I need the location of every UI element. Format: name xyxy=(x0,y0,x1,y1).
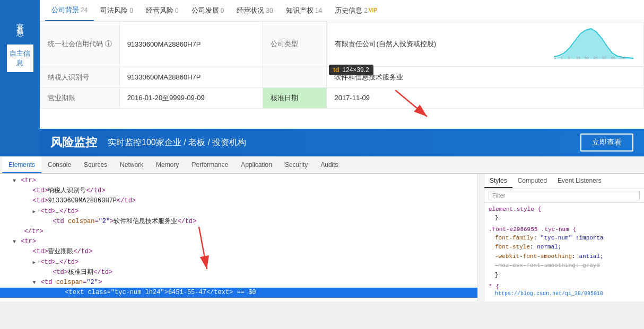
svg-text:15: 15 xyxy=(576,56,580,59)
dom-panel: ▼ <tr> <td>纳税人识别号</td> <td>91330600MA288… xyxy=(0,174,477,301)
tab-application[interactable]: Application xyxy=(234,157,279,173)
banner-button[interactable]: 立即查看 xyxy=(580,134,633,152)
value-cell: 软件和信息技术服务业 xyxy=(327,67,644,87)
table-row: 营业期限 2016-01-20至9999-09-09 核准日期 2017-11-… xyxy=(40,87,644,108)
label-cell: 纳税人识别号 xyxy=(40,67,120,87)
tab-security[interactable]: Security xyxy=(279,157,314,173)
stab-computed[interactable]: Computed xyxy=(512,174,552,188)
css-close: } xyxy=(489,271,640,280)
main-content: 公司背景 24 司法风险 0 经营风险 0 公司发展 0 经营状况 30 知识产… xyxy=(40,0,644,156)
highlighted-cell: 核准日期 xyxy=(263,87,327,108)
dom-line: <td colspan="2">软件和信息技术服务业</td> xyxy=(0,217,477,227)
dom-line: ▶ <td>…</td> xyxy=(0,207,477,217)
stab-styles[interactable]: Styles xyxy=(484,174,512,188)
company-nav: 公司背景 24 司法风险 0 经营风险 0 公司发展 0 经营状况 30 知识产… xyxy=(40,0,644,21)
nav-item-company-bg[interactable]: 公司背景 24 xyxy=(45,0,94,21)
devtools-tabs: Elements Console Sources Network Memory … xyxy=(0,157,644,174)
tab-sources[interactable]: Sources xyxy=(77,157,114,173)
svg-text:3: 3 xyxy=(568,56,570,59)
styles-panel: Styles Computed Event Listeners element.… xyxy=(484,174,644,301)
official-label: 官方信息 xyxy=(12,0,29,42)
dom-line: <td>营业期限</td> xyxy=(0,247,477,257)
nav-item-history[interactable]: 历史信息 2 VIP xyxy=(328,0,384,21)
svg-text:97: 97 xyxy=(602,56,606,59)
dom-line: ▼ <tr> xyxy=(0,237,477,247)
svg-line-11 xyxy=(395,90,427,117)
dom-line: ▼ <td colspan="2"> xyxy=(0,278,477,288)
risk-banner: 风险监控 实时监控100家企业 / 老板 / 投资机构 立即查看 xyxy=(40,129,644,156)
css-selector: .font-e2966955 .tyc-num { xyxy=(489,226,640,233)
value-cell: 91330600MA28860H7P xyxy=(119,67,263,87)
td-tooltip: td 124×39.2 xyxy=(329,65,373,75)
svg-text:1: 1 xyxy=(561,56,563,59)
label-cell: 统一社会信用代码 ⓘ xyxy=(40,22,120,67)
banner-subtitle: 实时监控100家企业 / 老板 / 投资机构 xyxy=(108,137,246,148)
table-row: 统一社会信用代码 ⓘ 91330600MA28860H7P 公司类型 有限责任公… xyxy=(40,22,644,67)
css-selector: element.style { xyxy=(489,206,640,212)
styles-filter xyxy=(484,189,644,203)
dom-line: <td>91330600MA28860H7P</td> xyxy=(0,196,477,206)
svg-line-13 xyxy=(199,227,207,269)
label-cell: 营业期限 xyxy=(40,87,120,108)
nav-item-company-dev[interactable]: 公司发展 0 xyxy=(185,0,231,21)
svg-text:85: 85 xyxy=(594,56,598,59)
svg-marker-0 xyxy=(554,29,633,59)
self-tab[interactable]: 自主信息 xyxy=(7,45,33,72)
devtools-body: ▼ <tr> <td>纳税人识别号</td> <td>91330600MA288… xyxy=(0,174,644,301)
td-dims: 124×39.2 xyxy=(342,66,369,74)
css-selector: * { xyxy=(489,283,640,290)
banner-title: 风险监控 xyxy=(50,135,97,150)
svg-text:100: 100 xyxy=(620,56,626,59)
nav-item-business-status[interactable]: 经营状况 30 xyxy=(230,0,279,21)
value-cell: 2016-01-20至9999-09-09 xyxy=(119,87,263,108)
red-arrow-2 xyxy=(188,227,220,278)
styles-content: element.style { } .font-e2966955 .tyc-nu… xyxy=(484,203,644,301)
website-area: 官方信息 自主信息 公司背景 24 司法风险 0 经营风险 0 公司发展 0 xyxy=(0,0,644,156)
css-prop-line: -webkit-font-smoothing: antial; xyxy=(489,252,640,262)
css-prop-line: -moz-osx-font-smoothing: grays xyxy=(489,261,640,271)
stab-event-listeners[interactable]: Event Listeners xyxy=(552,174,607,188)
svg-text:0: 0 xyxy=(554,56,556,59)
devtools: Elements Console Sources Network Memory … xyxy=(0,156,644,301)
tab-performance[interactable]: Performance xyxy=(185,157,234,173)
tab-console[interactable]: Console xyxy=(41,157,77,173)
css-rule-star: * { https://blog.csdn.net/qi_38/095010 xyxy=(489,283,640,298)
dom-line-selected[interactable]: <text class="tyc-num lh24">6451-55-47</t… xyxy=(0,288,477,298)
nav-item-business-risk[interactable]: 经营风险 0 xyxy=(140,0,185,21)
bell-chart: 0 1 3 15 50 85 97 99 100 xyxy=(554,28,636,59)
vip-badge: VIP xyxy=(369,7,377,13)
dom-line: <td>核准日期</td> xyxy=(0,268,477,278)
svg-text:50: 50 xyxy=(585,56,589,59)
value-cell: 有限责任公司(自然人投资或控股) 0 1 xyxy=(327,22,643,67)
red-arrow-1 xyxy=(390,90,432,123)
value-cell: 91330600MA28860H7P xyxy=(119,22,263,67)
dom-line: ▶ <td>…</td> xyxy=(0,257,477,268)
left-sidebar: 官方信息 自主信息 xyxy=(0,0,40,156)
css-prop-line: font-family: "tyc-num" !importa xyxy=(489,234,640,243)
css-rule-element: element.style { } xyxy=(489,206,640,223)
data-table-area: 统一社会信用代码 ⓘ 91330600MA28860H7P 公司类型 有限责任公… xyxy=(40,21,644,129)
dom-line: ▼ <tr> xyxy=(0,176,477,186)
label-cell xyxy=(263,67,327,87)
filter-input[interactable] xyxy=(489,191,640,200)
dom-line: </tr> xyxy=(0,227,477,237)
tab-elements[interactable]: Elements xyxy=(2,157,41,173)
value-cell: 2017-11-09 xyxy=(327,87,644,108)
css-prop-line: font-style: normal; xyxy=(489,243,640,252)
css-rule-font: .font-e2966955 .tyc-num { font-family: "… xyxy=(489,226,640,280)
scrollbar[interactable] xyxy=(477,174,484,301)
nav-item-ip[interactable]: 知识产权 14 xyxy=(280,0,328,21)
svg-text:99: 99 xyxy=(611,56,615,59)
label-cell: 公司类型 xyxy=(263,22,327,67)
tab-memory[interactable]: Memory xyxy=(150,157,185,173)
css-link[interactable]: https://blog.csdn.net/qi_38/095010 xyxy=(489,290,640,298)
nav-item-judicial[interactable]: 司法风险 0 xyxy=(94,0,140,21)
td-tag: td xyxy=(333,66,339,74)
tab-network[interactable]: Network xyxy=(114,157,150,173)
styles-tabs: Styles Computed Event Listeners xyxy=(484,174,644,189)
css-close: } xyxy=(489,214,640,223)
tab-audits[interactable]: Audits xyxy=(314,157,344,173)
dom-line: <td>纳税人识别号</td> xyxy=(0,186,477,196)
